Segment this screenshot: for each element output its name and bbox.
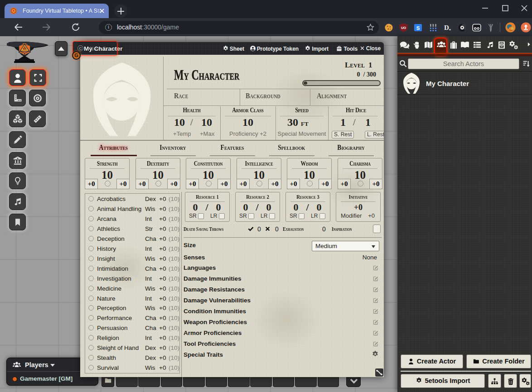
svg-text:D: D (444, 24, 449, 31)
svg-text:S: S (416, 25, 420, 31)
svg-text:UO: UO (401, 26, 406, 30)
